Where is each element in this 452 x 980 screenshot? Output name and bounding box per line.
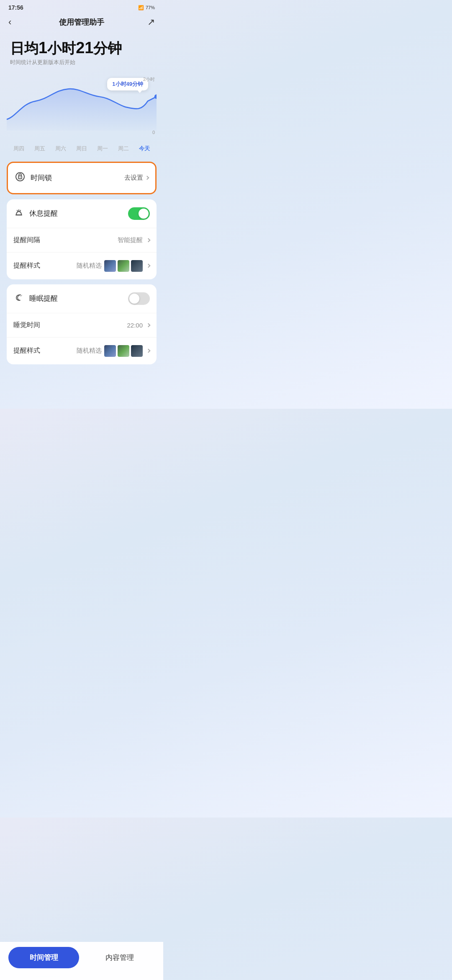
usage-line-chart	[7, 76, 157, 131]
time-lock-label: 时间锁	[31, 173, 52, 183]
rest-thumb-1	[104, 260, 116, 272]
interval-chevron	[146, 238, 151, 242]
sleep-style-chevron	[146, 349, 151, 353]
status-time: 17:56	[8, 4, 23, 11]
rest-interval-label: 提醒间隔	[13, 236, 40, 245]
share-button[interactable]: ↗	[140, 17, 155, 28]
status-bar: 17:56 📶 77%	[0, 0, 163, 13]
rest-reminder-header: 休息提醒	[7, 199, 157, 228]
rest-style-value: 随机精选	[77, 260, 150, 272]
rest-thumb-3	[131, 260, 143, 272]
sleep-thumb-1	[104, 345, 116, 357]
x-label-fri: 周五	[34, 145, 45, 152]
nav-bar: ‹ 使用管理助手 ↗	[0, 13, 163, 33]
x-label-sun: 周日	[76, 145, 87, 152]
sleep-time-chevron	[146, 323, 151, 327]
time-lock-chevron	[145, 176, 149, 180]
rest-style-row[interactable]: 提醒样式 随机精选	[7, 252, 157, 279]
page-title: 使用管理助手	[59, 17, 104, 27]
daily-average-subtitle: 时间统计从更新版本后开始	[10, 59, 153, 66]
time-lock-left: 时间锁	[15, 171, 52, 185]
usage-chart: 1小时49分钟 2小时 0	[0, 76, 163, 143]
sleep-style-label: 提醒样式	[13, 346, 40, 355]
svg-text:z: z	[21, 294, 22, 296]
x-label-thu: 周四	[13, 145, 24, 152]
sleep-thumb-2	[118, 345, 129, 357]
sleep-style-value: 随机精选	[77, 345, 150, 357]
x-label-mon: 周一	[97, 145, 108, 152]
rest-label: 休息提醒	[29, 209, 58, 218]
rest-thumb-2	[118, 260, 129, 272]
rest-interval-row[interactable]: 提醒间隔 智能提醒	[7, 228, 157, 252]
style-chevron	[146, 264, 151, 268]
sleep-time-row[interactable]: 睡觉时间 22:00	[7, 313, 157, 337]
daily-average-section: 日均1小时21分钟 时间统计从更新版本后开始	[0, 33, 163, 70]
sleep-time-value: 22:00	[127, 322, 150, 329]
cards-section: 时间锁 去设置 休息提醒	[0, 154, 163, 371]
sleep-reminder-header: z z 睡眠提醒	[7, 284, 157, 313]
sleep-label: 睡眠提醒	[29, 294, 58, 303]
daily-average-value: 日均1小时21分钟	[10, 39, 153, 57]
signal-icon: 📶	[138, 5, 144, 10]
time-lock-card: 时间锁 去设置	[7, 162, 157, 194]
x-label-today: 今天	[139, 145, 150, 152]
status-icons: 📶 77%	[138, 5, 155, 10]
rest-style-label: 提醒样式	[13, 261, 40, 270]
rest-reminder-card: 休息提醒 提醒间隔 智能提醒 提醒样式 随机精选	[7, 199, 157, 279]
time-lock-action[interactable]: 去设置	[124, 174, 149, 182]
back-button[interactable]: ‹	[8, 17, 23, 28]
sleep-time-label: 睡觉时间	[13, 321, 40, 330]
sleep-toggle[interactable]	[128, 292, 150, 305]
x-label-tue: 周二	[118, 145, 129, 152]
sleep-style-row[interactable]: 提醒样式 随机精选	[7, 337, 157, 364]
rest-interval-value: 智能提醒	[118, 236, 150, 244]
sleep-thumbnails	[104, 345, 143, 357]
svg-point-2	[20, 177, 21, 178]
rest-toggle[interactable]	[128, 207, 150, 220]
chart-svg-container	[7, 76, 157, 131]
rest-thumbnails	[104, 260, 143, 272]
sleep-thumb-3	[131, 345, 143, 357]
rest-icon	[13, 207, 24, 220]
chart-x-axis: 周四 周五 周六 周日 周一 周二 今天	[0, 143, 163, 154]
battery-icon: 77%	[146, 5, 155, 10]
time-lock-icon	[15, 171, 26, 185]
sleep-reminder-card: z z 睡眠提醒 睡觉时间 22:00 提醒样式 随机精选	[7, 284, 157, 364]
svg-rect-3	[15, 214, 22, 216]
x-label-sat: 周六	[55, 145, 66, 152]
sleep-icon: z z	[13, 292, 24, 305]
